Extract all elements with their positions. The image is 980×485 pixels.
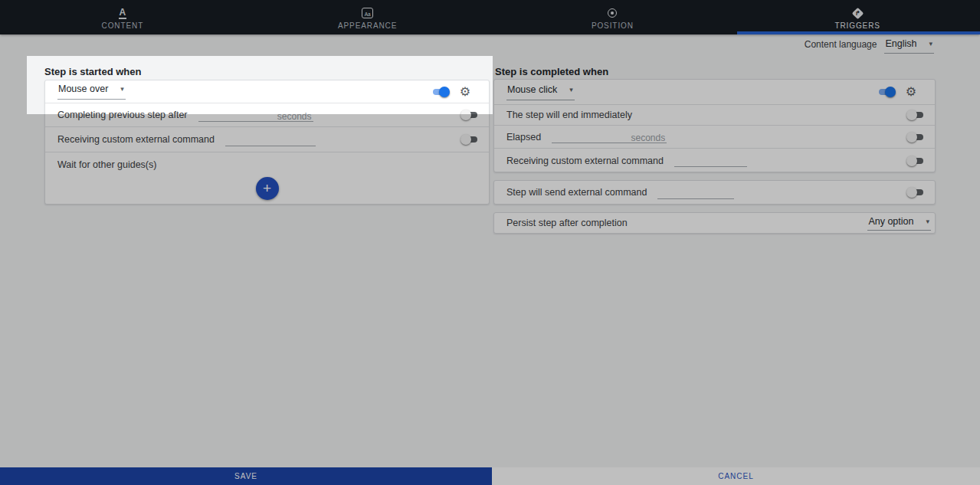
start-external-command-row: Receiving custom external command bbox=[45, 127, 489, 152]
position-icon bbox=[608, 7, 617, 20]
triggers-settings-screen: A CONTENT Aa APPEARANCE POSITION ↱ TRIGG… bbox=[0, 0, 980, 485]
complete-external-command-row: Receiving custom external command bbox=[494, 149, 935, 172]
elapsed-row: Elapsed bbox=[494, 126, 935, 149]
save-button[interactable]: SAVE bbox=[0, 467, 492, 485]
send-command-field bbox=[657, 186, 734, 199]
complete-trigger-row: Mouse click ▾ ⚙ bbox=[494, 80, 935, 105]
send-command-row: Step will send external command bbox=[494, 181, 935, 204]
active-tab-indicator bbox=[737, 31, 980, 34]
send-command-card: Step will send external command bbox=[493, 180, 936, 205]
content-language-label: Content language bbox=[805, 39, 877, 54]
content-language-bar: Content language English ▾ bbox=[805, 38, 934, 54]
complete-external-command-field bbox=[674, 154, 747, 167]
chevron-down-icon: ▾ bbox=[926, 218, 929, 225]
tab-appearance[interactable]: Aa APPEARANCE bbox=[245, 0, 490, 34]
dim-overlay bbox=[0, 0, 980, 485]
add-guide-button[interactable]: + bbox=[256, 177, 279, 200]
content-icon: A bbox=[119, 7, 127, 20]
send-command-input[interactable] bbox=[657, 188, 734, 200]
end-immediately-toggle[interactable] bbox=[906, 110, 925, 120]
send-command-toggle[interactable] bbox=[906, 187, 925, 198]
start-external-command-field bbox=[225, 133, 316, 146]
gear-icon[interactable]: ⚙ bbox=[460, 86, 470, 98]
wait-for-guides-row: Wait for other guides(s) + bbox=[45, 152, 489, 204]
chevron-down-icon: ▾ bbox=[929, 41, 932, 48]
start-previous-step-row: Completing previous step after bbox=[45, 103, 489, 127]
start-panel-title: Step is started when bbox=[44, 66, 141, 77]
start-external-command-toggle[interactable] bbox=[461, 134, 479, 145]
top-nav-bar: A CONTENT Aa APPEARANCE POSITION ↱ TRIGG… bbox=[0, 0, 980, 34]
complete-external-command-input[interactable] bbox=[674, 156, 747, 169]
tab-triggers-label: TRIGGERS bbox=[834, 22, 880, 30]
complete-panel-title: Step is completed when bbox=[495, 66, 608, 77]
chevron-down-icon: ▾ bbox=[120, 86, 124, 93]
start-external-command-input[interactable] bbox=[225, 135, 316, 147]
persist-option-select[interactable]: Any option ▾ bbox=[867, 216, 931, 231]
appearance-icon: Aa bbox=[362, 7, 373, 20]
previous-step-toggle[interactable] bbox=[461, 110, 479, 120]
end-immediately-row: The step will end immediately bbox=[494, 105, 935, 126]
start-panel-card: Mouse over ▾ ⚙ Completing previous step … bbox=[44, 80, 490, 205]
start-trigger-row: Mouse over ▾ ⚙ bbox=[45, 80, 489, 103]
tab-position-label: POSITION bbox=[592, 22, 634, 30]
elapsed-seconds-field bbox=[552, 130, 667, 143]
complete-trigger-select[interactable]: Mouse click ▾ bbox=[506, 84, 575, 100]
tab-appearance-label: APPEARANCE bbox=[338, 22, 397, 30]
chevron-down-icon: ▾ bbox=[569, 87, 573, 93]
tab-position[interactable]: POSITION bbox=[490, 0, 736, 34]
triggers-icon: ↱ bbox=[851, 7, 864, 20]
complete-trigger-toggle[interactable] bbox=[877, 87, 896, 97]
content-language-select[interactable]: English ▾ bbox=[884, 38, 934, 54]
tab-content[interactable]: A CONTENT bbox=[0, 0, 245, 34]
complete-external-command-toggle[interactable] bbox=[906, 156, 925, 166]
complete-panel-card: Mouse click ▾ ⚙ The step will end immedi… bbox=[493, 79, 936, 172]
cancel-button[interactable]: CANCEL bbox=[492, 467, 980, 485]
previous-step-seconds-input[interactable] bbox=[198, 110, 313, 123]
elapsed-seconds-input[interactable] bbox=[552, 133, 667, 145]
gear-icon[interactable]: ⚙ bbox=[906, 86, 916, 98]
elapsed-toggle[interactable] bbox=[906, 132, 925, 143]
tab-content-label: CONTENT bbox=[102, 22, 144, 30]
persist-row: Persist step after completion Any option… bbox=[494, 213, 935, 233]
previous-step-seconds-field bbox=[198, 109, 313, 122]
tab-triggers[interactable]: ↱ TRIGGERS bbox=[735, 0, 980, 34]
start-trigger-toggle[interactable] bbox=[431, 87, 450, 97]
start-trigger-select[interactable]: Mouse over ▾ bbox=[57, 84, 126, 100]
persist-card: Persist step after completion Any option… bbox=[493, 212, 936, 234]
